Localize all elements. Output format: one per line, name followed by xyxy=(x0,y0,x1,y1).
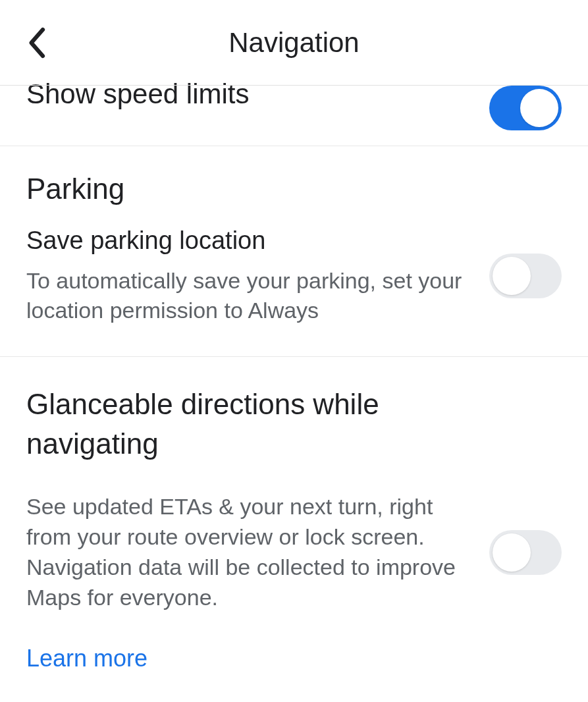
glanceable-toggle[interactable] xyxy=(489,530,562,575)
page-title: Navigation xyxy=(228,27,359,59)
toggle-knob xyxy=(493,533,531,572)
section-header-parking: Parking xyxy=(0,146,588,225)
save-parking-content: Save parking location To automatically s… xyxy=(26,225,489,326)
back-button[interactable] xyxy=(20,26,53,59)
row-save-parking[interactable]: Save parking location To automatically s… xyxy=(0,225,588,357)
learn-more-link[interactable]: Learn more xyxy=(0,639,588,692)
speed-limits-toggle[interactable] xyxy=(489,86,562,130)
toggle-knob xyxy=(520,89,558,127)
save-parking-description: To automatically save your parking, set … xyxy=(26,266,469,327)
chevron-left-icon xyxy=(26,26,47,59)
toggle-knob xyxy=(493,257,531,295)
glanceable-description: See updated ETAs & your next turn, right… xyxy=(26,492,469,613)
row-show-speed-limits[interactable]: Show speed limits xyxy=(0,86,588,146)
glanceable-content: See updated ETAs & your next turn, right… xyxy=(26,492,489,613)
header-bar: Navigation xyxy=(0,0,588,86)
section-glanceable: Glanceable directions while navigating xyxy=(0,357,588,463)
save-parking-toggle[interactable] xyxy=(489,254,562,298)
save-parking-label: Save parking location xyxy=(26,225,469,257)
row-glanceable[interactable]: See updated ETAs & your next turn, right… xyxy=(0,463,588,639)
glanceable-title: Glanceable directions while navigating xyxy=(26,385,562,463)
